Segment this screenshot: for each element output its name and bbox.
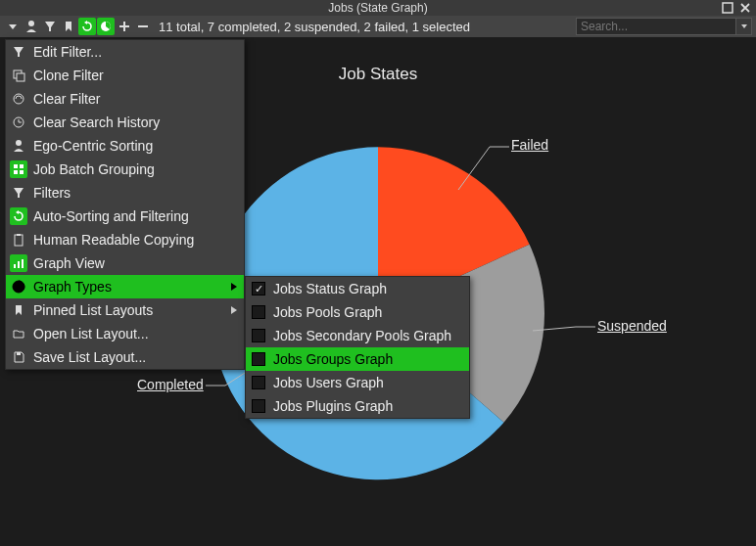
menu-ego-centric-sorting[interactable]: Ego-Centric Sorting [6, 134, 244, 158]
submenu-item[interactable]: Jobs Plugins Graph [246, 394, 469, 418]
search-dropdown-button[interactable] [736, 18, 752, 35]
submenu-item[interactable]: Jobs Pools Graph [246, 300, 469, 324]
menu-item-label: Job Batch Grouping [33, 161, 238, 177]
menu-item-label: Human Readable Copying [33, 232, 238, 248]
clone-icon [10, 67, 27, 84]
submenu-item-label: Jobs Status Graph [273, 281, 463, 296]
titlebar: Jobs (State Graph) [0, 0, 756, 16]
svg-rect-9 [17, 73, 24, 81]
status-text: 11 total, 7 completed, 2 suspended, 2 fa… [159, 20, 470, 34]
toolbar: 11 total, 7 completed, 2 suspended, 2 fa… [0, 16, 756, 37]
svg-rect-22 [18, 261, 20, 268]
menu-save-list-layout[interactable]: Save List Layout... [6, 345, 244, 369]
svg-rect-15 [14, 170, 18, 174]
svg-rect-13 [14, 164, 18, 168]
svg-marker-17 [14, 188, 24, 198]
svg-marker-18 [16, 210, 19, 214]
plus-icon[interactable] [116, 18, 133, 35]
menu-clear-filter[interactable]: Clear Filter [6, 87, 244, 111]
submenu-item-label: Jobs Plugins Graph [273, 398, 463, 414]
menu-item-label: Graph View [33, 255, 238, 271]
svg-marker-4 [84, 21, 87, 24]
submenu-item[interactable]: Jobs Status Graph [246, 277, 469, 300]
menu-clone-filter[interactable]: Clone Filter [6, 64, 244, 87]
svg-point-2 [28, 21, 34, 26]
svg-rect-20 [17, 234, 21, 236]
menu-clear-search-history[interactable]: Clear Search History [6, 111, 244, 134]
menu-item-label: Clone Filter [33, 68, 238, 83]
menu-edit-filter[interactable]: Edit Filter... [6, 40, 244, 64]
submenu-arrow-icon [230, 302, 238, 318]
submenu-item[interactable]: Jobs Groups Graph [246, 347, 469, 371]
menu-pinned-list-layouts[interactable]: Pinned List Layouts [6, 298, 244, 322]
menu-open-list-layout[interactable]: Open List Layout... [6, 322, 244, 345]
svg-marker-25 [231, 283, 237, 291]
slice-label-suspended[interactable]: Suspended [597, 318, 667, 334]
menu-human-readable-copying[interactable]: Human Readable Copying [6, 228, 244, 251]
checkbox-icon [252, 305, 265, 319]
menu-job-batch-grouping[interactable]: Job Batch Grouping [6, 158, 244, 181]
graph-types-submenu: Jobs Status GraphJobs Pools GraphJobs Se… [245, 276, 470, 419]
checkbox-icon [252, 399, 265, 413]
menu-item-label: Pinned List Layouts [33, 302, 230, 318]
checkbox-icon [252, 376, 265, 389]
menu-item-label: Clear Filter [33, 91, 238, 107]
search-input[interactable] [576, 18, 736, 35]
menu-item-label: Filters [33, 185, 238, 201]
svg-rect-19 [15, 235, 23, 246]
save-icon [10, 348, 27, 366]
bookmark-icon[interactable] [60, 18, 77, 35]
svg-marker-1 [9, 24, 17, 29]
submenu-item-label: Jobs Pools Graph [273, 304, 463, 320]
bookmark-icon [10, 301, 27, 319]
svg-rect-27 [17, 352, 21, 355]
window-maximize-button[interactable] [721, 1, 734, 15]
menu-graph-types[interactable]: Graph Types [6, 275, 244, 298]
submenu-item-label: Jobs Users Graph [273, 375, 463, 390]
clear-icon [10, 90, 27, 108]
menu-item-label: Clear Search History [33, 114, 238, 130]
svg-marker-6 [741, 24, 747, 28]
svg-rect-23 [22, 259, 24, 268]
menu-auto-sorting-filtering[interactable]: Auto-Sorting and Filtering [6, 205, 244, 228]
menu-item-label: Edit Filter... [33, 44, 238, 60]
menu-item-label: Open List Layout... [33, 326, 238, 341]
checkbox-icon [252, 329, 265, 342]
svg-marker-3 [45, 22, 55, 31]
graph-type-icon[interactable] [97, 18, 115, 35]
person-icon[interactable] [23, 18, 40, 35]
context-menu: Edit Filter... Clone Filter Clear Filter… [5, 39, 245, 370]
refresh-icon[interactable] [78, 18, 96, 35]
svg-marker-26 [231, 306, 237, 314]
menu-item-label: Auto-Sorting and Filtering [33, 208, 238, 224]
clipboard-icon [10, 231, 27, 249]
window-title: Jobs (State Graph) [0, 1, 756, 15]
folder-open-icon [10, 325, 27, 342]
svg-rect-21 [14, 264, 16, 268]
filter-icon[interactable] [41, 18, 59, 35]
menu-item-label: Save List Layout... [33, 349, 238, 365]
history-icon [10, 114, 27, 131]
window-close-button[interactable] [738, 1, 752, 15]
slice-label-completed[interactable]: Completed [137, 377, 204, 392]
person-icon [10, 137, 27, 155]
submenu-item-label: Jobs Secondary Pools Graph [273, 328, 463, 343]
pie-icon [10, 278, 27, 296]
submenu-item[interactable]: Jobs Users Graph [246, 371, 469, 394]
svg-point-12 [16, 140, 22, 146]
svg-rect-16 [20, 170, 24, 174]
minus-icon[interactable] [134, 18, 152, 35]
submenu-item[interactable]: Jobs Secondary Pools Graph [246, 324, 469, 347]
menu-filters[interactable]: Filters [6, 181, 244, 205]
svg-rect-0 [723, 3, 732, 13]
menu-graph-view[interactable]: Graph View [6, 251, 244, 275]
submenu-arrow-icon [230, 279, 238, 295]
chevron-down-icon[interactable] [4, 18, 22, 35]
menu-item-label: Graph Types [33, 279, 230, 295]
grid-icon [10, 160, 27, 178]
slice-label-failed[interactable]: Failed [511, 137, 548, 153]
chart-icon [10, 254, 27, 272]
filter-icon [10, 184, 27, 202]
refresh-icon [10, 207, 27, 225]
checkbox-icon [252, 352, 265, 366]
